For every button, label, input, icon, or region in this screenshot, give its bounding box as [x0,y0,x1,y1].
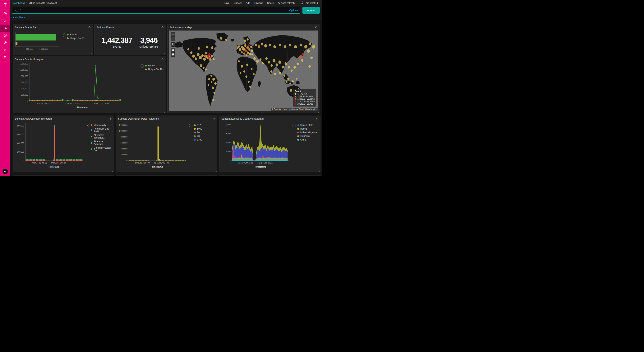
plus-icon: + [24,16,26,19]
add-filter-link[interactable]: Add a filter + [12,16,26,19]
legend-swatch [297,124,299,126]
map-fit-bounds-button[interactable] [171,42,175,47]
search-query-input[interactable] [20,9,287,12]
resize-handle[interactable]: ◢ [318,170,320,172]
sidebar-item-visualize[interactable] [0,17,10,25]
panel-gear-icon[interactable]: ⚙ [212,117,215,120]
panel-title: Suricata Destination Ports Histogram [118,117,159,120]
panel-title: Suricata Attack Map [170,26,192,29]
sidebar-item-suricata[interactable] [0,32,10,39]
sidebar-item-discover[interactable] [0,10,10,17]
panel-suricata-events-by-country-histogram: Suricata Events by Country Histogram ⚙ 0… [219,116,320,172]
map-legend-swatch [295,98,296,100]
legend-item[interactable]: 80 [194,131,202,134]
legend-toggle-icon[interactable]: › [292,124,296,127]
legend-swatch [145,69,147,70]
resize-handle[interactable]: ◢ [91,52,92,54]
map-zoom-in-button[interactable]: + [171,33,175,37]
legend-swatch [91,124,92,126]
legend-item[interactable]: Misc activity [91,124,114,126]
legend-item[interactable]: Events [67,33,85,36]
panel-partial [116,175,217,176]
options-button[interactable]: Options [252,2,265,5]
cancel-button[interactable]: Cancel [232,2,244,5]
query-options-link[interactable]: Options [289,9,298,12]
query-bar: >_ Options Update [10,6,322,15]
auto-refresh-button[interactable]: ↻Auto-refresh [276,2,297,5]
legend-item[interactable]: Germany [297,135,317,137]
panel-gear-icon[interactable]: ⚙ [315,26,318,29]
legend-item[interactable]: Unique Src IPs [145,68,164,71]
sidebar-item-management[interactable]: ⚙ [0,54,10,61]
add-button[interactable]: Add [244,2,252,5]
map-legend-swatch [295,101,296,102]
panel-gear-icon[interactable]: ⚙ [161,26,164,29]
map-zoom-out-button[interactable]: − [171,37,175,41]
legend-toggle-icon[interactable]: › [62,33,65,37]
time-back-button[interactable]: ‹ [297,1,301,5]
legend-label: Events [148,64,155,67]
legend-item[interactable]: United Kingdom [297,131,317,134]
panel-gear-icon[interactable]: ⚙ [316,117,318,120]
map-legend-swatch [295,93,296,95]
map-legend-row: 1 – 7,346.4 [295,93,314,95]
svg-text:0: 0 [27,100,28,102]
legend-item[interactable]: China [297,138,317,141]
resize-handle[interactable]: ◢ [318,111,319,113]
legend-item[interactable]: 3128 [194,124,202,126]
legend-toggle-icon[interactable]: › [86,124,89,127]
panel-gear-icon[interactable]: ⚙ [88,26,91,29]
legend: › 3128590080233389 [189,124,202,142]
map-polygon-tool-button[interactable] [171,48,175,52]
map-attribution: © OpenStreetMap contributors, Elastic Ma… [271,108,318,111]
legend-item[interactable]: 5900 [194,127,202,130]
panel-suricata-events-bar: Suricata Events Bar ⚙ 500,0001,000,000 ›… [13,24,93,55]
time-range-picker[interactable]: This week [301,1,316,5]
attack-map[interactable]: + − Count 1 – 7,346.47,346.4 – 14,691.81… [169,31,318,111]
legend-item[interactable]: Potentially Bad Traffic [91,127,114,133]
query-input-wrapper: >_ Options [12,7,300,14]
sidebar-item-dev-tools[interactable] [0,39,10,47]
map-legend-row: 22,037.2 – 29,382.6 [295,100,314,102]
breadcrumb-dashboard-link[interactable]: Dashboard [12,2,25,5]
legend-toggle-icon[interactable]: › [140,64,144,68]
map-controls: + − [171,33,175,57]
legend-item[interactable]: Generic Protocol Co... [91,146,114,152]
save-button[interactable]: Save [222,2,232,5]
share-button[interactable]: Share [265,2,276,5]
telekom-logo[interactable]: T [0,0,10,10]
legend-label: Potentially Bad Traffic [94,127,114,133]
legend-item[interactable]: United States [297,124,317,126]
legend-item[interactable]: 23 [194,135,202,137]
legend-swatch [67,34,68,36]
time-forward-button[interactable]: › [316,1,320,5]
legend-item[interactable]: Attempted Administr... [91,140,114,145]
legend-toggle-icon[interactable]: › [189,124,192,127]
resize-handle[interactable]: ◢ [112,170,113,172]
resize-handle[interactable]: ◢ [164,52,165,54]
update-button[interactable]: Update [302,7,320,14]
legend-item[interactable]: Unique Src IPs [67,37,85,40]
legend-label: United Kingdom [300,131,317,134]
sidebar-item-monitoring[interactable] [0,47,10,54]
legend-item[interactable]: Attempted Informati... [91,134,114,139]
resize-handle[interactable]: ◢ [164,111,165,113]
legend-item[interactable]: 3389 [194,138,202,141]
sidebar-collapse-button[interactable]: ▶ [2,169,8,174]
panel-suricata-events-metric: Suricata Events ⚙ 1,442,387 Events 3,946… [94,24,166,55]
legend: › EventsUnique Src IPs [62,33,85,41]
svg-text:2018-11-23 01:00: 2018-11-23 01:00 [94,103,109,105]
panel-gear-icon[interactable]: ⚙ [161,58,164,60]
map-legend-title: Count [295,90,314,92]
panel-gear-icon[interactable]: ⚙ [109,117,112,120]
svg-text:400,000: 400,000 [120,148,128,150]
svg-text:200,000: 200,000 [21,94,28,96]
panel-title: Suricata Events [96,26,114,29]
resize-handle[interactable]: ◢ [215,170,216,172]
sidebar-item-dashboard[interactable] [0,25,10,32]
legend-item[interactable]: Events [145,64,164,67]
compass-icon [3,12,7,16]
map-rectangle-tool-button[interactable] [171,52,175,57]
map-count-legend: Count 1 – 7,346.47,346.4 – 14,691.814,69… [293,89,316,106]
legend-item[interactable]: Russia [297,127,317,130]
